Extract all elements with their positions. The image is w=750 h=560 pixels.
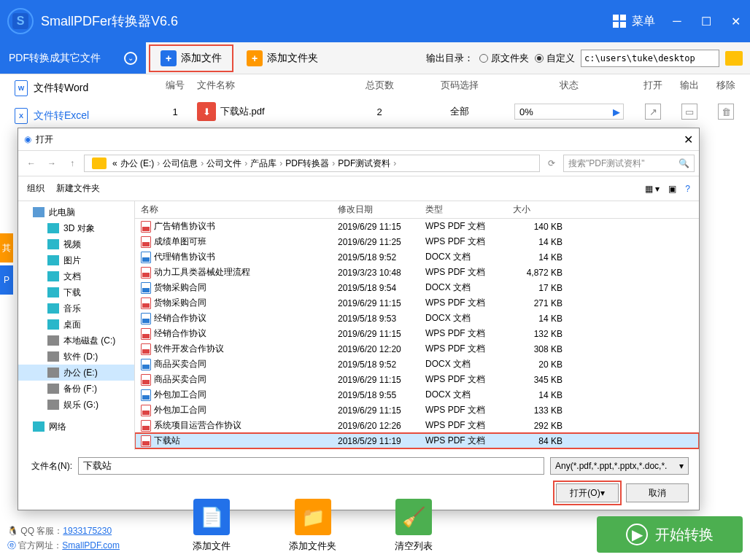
plus-icon: + (247, 50, 263, 66)
col-open: 打开 (635, 79, 671, 92)
tree-item[interactable]: 本地磁盘 (C:) (18, 332, 134, 349)
open-button[interactable]: ↗ (645, 104, 661, 120)
tree-network[interactable]: 网络 (18, 419, 134, 435)
site-link[interactable]: SmallPDF.com (62, 540, 120, 551)
list-item[interactable]: 商品买卖合同2019/6/29 11:15WPS PDF 文档345 KB (135, 372, 699, 387)
up-button[interactable]: ↑ (63, 155, 81, 172)
edge-tab-2[interactable]: P (0, 265, 13, 295)
big-add-file-button[interactable]: 📄 添加文件 (193, 499, 231, 553)
tree-item[interactable]: 娱乐 (G:) (18, 397, 134, 413)
cell-num: 1 (153, 106, 197, 117)
col-status: 状态 (503, 79, 635, 92)
col-output: 输出 (671, 79, 708, 92)
tree-item[interactable]: 3D 对象 (18, 220, 134, 236)
list-item[interactable]: 商品买卖合同2019/5/18 9:52DOCX 文档20 KB (135, 357, 699, 372)
list-item[interactable]: 货物采购合同2019/5/18 9:54DOCX 文档17 KB (135, 280, 699, 295)
app-title: SmallPDFer转换器V6.6 (41, 12, 613, 30)
output-path-input[interactable] (581, 50, 719, 67)
tree-item[interactable]: 视频 (18, 236, 134, 252)
search-input[interactable]: 搜索"PDF测试资料" 🔍 (563, 155, 695, 172)
qq-link[interactable]: 1933175230 (63, 526, 112, 536)
folder-icon (92, 158, 107, 169)
ie-icon: ⓔ (7, 540, 16, 551)
minimize-button[interactable]: ─ (670, 14, 684, 28)
word-icon: W (15, 80, 28, 96)
sidebar-item-excel[interactable]: X 文件转Excel (7, 102, 146, 130)
list-item[interactable]: 成绩单图可班2019/6/29 11:25WPS PDF 文档14 KB (135, 234, 699, 249)
browse-folder-button[interactable] (725, 51, 743, 66)
tree-item[interactable]: 下载 (18, 284, 134, 300)
output-label: 输出目录： (426, 52, 473, 65)
edge-tabs: 其 P (0, 233, 13, 298)
tree-item[interactable]: 音乐 (18, 300, 134, 316)
organize-button[interactable]: 组织 (27, 182, 45, 195)
close-button[interactable]: ✕ (728, 14, 743, 28)
list-item[interactable]: 代理销售协议书2019/5/18 9:52DOCX 文档14 KB (135, 249, 699, 265)
radio-original[interactable]: 原文件夹 (479, 52, 529, 65)
start-convert-button[interactable]: ▶ 开始转换 (597, 516, 743, 553)
list-item[interactable]: 系统项目运营合作协议2019/6/20 12:26WPS PDF 文档292 K… (135, 418, 699, 433)
tree-this-pc[interactable]: 此电脑 (18, 204, 134, 220)
progress-bar[interactable]: 0% ▶ (514, 104, 624, 120)
col-remove: 移除 (708, 79, 744, 92)
chevron-down-icon: ▾ (679, 461, 684, 471)
folder-tree: 此电脑 3D 对象视频图片文档下载音乐桌面本地磁盘 (C:)软件 (D:)办公 … (18, 201, 135, 450)
col-size[interactable]: 大小 (513, 203, 571, 216)
breadcrumb[interactable]: « 办公 (E:)› 公司信息› 公司文件› 产品库› PDF转换器› PDF测… (84, 155, 540, 172)
remove-button[interactable]: 🗑 (718, 104, 734, 120)
list-header: 名称 修改日期 类型 大小 (135, 201, 699, 219)
refresh-button[interactable]: ⟳ (543, 155, 560, 172)
excel-icon: X (15, 108, 28, 124)
list-item[interactable]: 货物采购合同2019/6/29 11:15WPS PDF 文档271 KB (135, 295, 699, 311)
sidebar: W 文件转Word X 文件转Excel (7, 74, 146, 130)
list-item[interactable]: 外包加工合同2019/6/29 11:15WPS PDF 文档133 KB (135, 402, 699, 418)
folder-plus-icon: 📁 (295, 499, 331, 535)
filename-label: 文件名(N): (28, 460, 72, 472)
dialog-nav: ← → ↑ « 办公 (E:)› 公司信息› 公司文件› 产品库› PDF转换器… (18, 150, 699, 176)
category-tab[interactable]: PDF转换成其它文件 ⌄ (0, 42, 146, 74)
cell-range[interactable]: 全部 (416, 105, 503, 118)
add-file-button[interactable]: + 添加文件 (149, 44, 233, 72)
bottom-bar: 🐧 QQ 客服：1933175230 ⓔ 官方网址：SmallPDF.com 📄… (7, 499, 743, 553)
list-item[interactable]: 下载站2018/5/29 11:19WPS PDF 文档84 KB (135, 433, 699, 448)
tree-item[interactable]: 软件 (D:) (18, 349, 134, 365)
col-type[interactable]: 类型 (425, 203, 513, 216)
filter-select[interactable]: Any(*.pdf,*.ppt,*.pptx,*.doc,*. ▾ (550, 457, 689, 475)
forward-button[interactable]: → (43, 155, 61, 172)
chevron-down-icon: ⌄ (124, 52, 137, 65)
list-item[interactable]: 动力工具类器械处理流程2019/3/23 10:48WPS PDF 文档4,87… (135, 265, 699, 280)
add-folder-button[interactable]: + 添加文件夹 (236, 42, 328, 74)
preview-icon[interactable]: ▣ (668, 184, 676, 194)
edge-tab-1[interactable]: 其 (0, 233, 13, 262)
category-label: PDF转换成其它文件 (9, 52, 101, 65)
help-icon[interactable]: ? (685, 184, 690, 194)
menu-button[interactable]: 菜单 (613, 14, 655, 29)
dialog-close-button[interactable]: ✕ (684, 133, 693, 147)
sidebar-item-label: 文件转Excel (34, 109, 89, 122)
list-item[interactable]: 软件开发合作协议2019/6/20 12:20WPS PDF 文档308 KB (135, 341, 699, 357)
big-clear-button[interactable]: 🧹 清空列表 (395, 499, 433, 553)
sidebar-item-word[interactable]: W 文件转Word (7, 74, 146, 102)
col-date[interactable]: 修改日期 (338, 203, 425, 216)
new-folder-button[interactable]: 新建文件夹 (56, 182, 100, 195)
filename-input[interactable] (78, 457, 544, 475)
view-icon[interactable]: ▦ ▾ (645, 184, 660, 194)
list-item[interactable]: 经销合作协议2019/6/29 11:15WPS PDF 文档132 KB (135, 326, 699, 341)
back-button[interactable]: ← (23, 155, 40, 172)
list-item[interactable]: 广告销售协议书2019/6/29 11:15WPS PDF 文档140 KB (135, 219, 699, 234)
col-name: 文件名称 (197, 79, 343, 92)
maximize-button[interactable]: ☐ (699, 14, 714, 28)
col-name[interactable]: 名称 (141, 203, 338, 216)
tree-item[interactable]: 备份 (F:) (18, 381, 134, 397)
tree-item[interactable]: 图片 (18, 252, 134, 268)
output-button[interactable]: ▭ (681, 104, 697, 120)
tree-item[interactable]: 桌面 (18, 316, 134, 332)
cell-name: ⬇ 下载站.pdf (197, 102, 343, 121)
play-icon: ▶ (613, 106, 620, 117)
tree-item[interactable]: 文档 (18, 268, 134, 284)
list-item[interactable]: 经销合作协议2019/5/18 9:53DOCX 文档14 KB (135, 311, 699, 326)
tree-item[interactable]: 办公 (E:) (18, 365, 134, 381)
list-item[interactable]: 外包加工合同2019/5/18 9:55DOCX 文档14 KB (135, 387, 699, 402)
radio-custom[interactable]: 自定义 (535, 52, 575, 65)
big-add-folder-button[interactable]: 📁 添加文件夹 (289, 499, 336, 553)
